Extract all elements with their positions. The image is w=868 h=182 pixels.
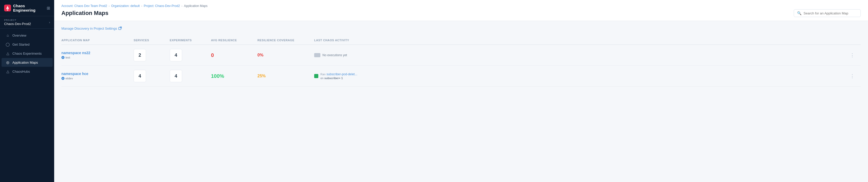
resilience-coverage-cell-2: 25% [257,66,314,87]
project-info: PROJECT Chaos-Dev-Prod2 [4,19,31,26]
chevron-right-icon: › [49,21,50,24]
app-map-link-ns22[interactable]: namespace ns22 [61,51,129,55]
sidebar-item-application-maps[interactable]: ◎ Application Maps [2,58,53,67]
external-link-icon [118,27,122,30]
application-maps-table: APPLICATION MAP SERVICES EXPERIMENTS AVG… [61,37,861,87]
search-bar[interactable]: 🔍 [794,9,861,17]
services-metric-hce: 4 [134,70,146,82]
breadcrumb: Account: Chaos Dev Team Prod2 › Organiza… [61,4,861,8]
breadcrumb-current: Application Maps [184,4,207,8]
experiments-metric-hce: 4 [170,70,182,82]
app-title: Chaos Engineering [13,4,47,12]
svg-text:✦: ✦ [62,57,64,59]
app-map-cell-2: namespace hce ✦ eiidev [61,66,134,87]
sidebar-item-overview[interactable]: ⌂ Overview [2,31,53,40]
breadcrumb-sep-2: › [142,4,143,7]
services-cell-1: 2 [134,44,170,66]
project-name: Chaos-Dev-Prod2 [4,22,31,26]
sidebar-logo: Chaos Engineering [4,4,47,12]
page-title-row: Application Maps 🔍 [61,9,861,21]
last-chaos-cell-2: Ran subscriber-pod-delet... on subscribe… [314,66,848,87]
breadcrumb-sep-1: › [108,4,110,7]
col-header-resilience-coverage: RESILIENCE COVERAGE [257,37,314,44]
manage-discovery-link[interactable]: Manage Discovery in Project Settings [61,27,122,30]
col-header-experiments: EXPERIMENTS [170,37,211,44]
last-chaos-content-hce: Ran subscriber-pod-delet... on subscribe… [314,72,844,80]
row-menu-button-hce[interactable]: ⋮ [848,72,857,80]
tag-dot-icon: ✦ [61,56,64,59]
last-chaos-ran-info: Ran subscriber-pod-delet... on subscribe… [320,72,357,80]
project-selector[interactable]: PROJECT Chaos-Dev-Prod2 › [0,16,54,29]
sidebar-item-overview-label: Overview [12,33,26,37]
no-exec-bar-icon [314,53,320,57]
col-header-last-chaos: LAST CHAOS ACTIVITY [314,37,848,44]
breadcrumb-account[interactable]: Account: Chaos Dev Team Prod2 [61,4,107,8]
chaos-logo-icon [4,4,11,11]
resilience-coverage-value-hce: 25% [257,74,266,78]
sidebar-header: Chaos Engineering ⊞ [0,0,54,16]
app-tag-hce: ✦ eiidev [61,77,73,80]
app-tag-ns22: ✦ test [61,56,70,59]
col-header-services: SERVICES [134,37,170,44]
sidebar-item-chaos-experiments[interactable]: △ Chaos Experiments [2,49,53,58]
last-chaos-content-ns22: No executions yet [314,53,844,57]
avg-resilience-value-ns22: 0 [211,52,214,58]
ran-label: Ran subscriber-pod-delet... [320,72,357,76]
resilience-coverage-cell-1: 0% [257,44,314,66]
green-bar-icon [314,74,318,78]
manage-discovery-text: Manage Discovery in Project Settings [61,27,117,30]
sidebar-item-chaos-experiments-label: Chaos Experiments [12,52,41,55]
experiments-metric-ns22: 4 [170,49,182,61]
sidebar-item-get-started[interactable]: ◯ Get Started [2,40,53,49]
breadcrumb-org[interactable]: Organization: default [111,4,140,8]
services-metric-ns22: 2 [134,49,146,61]
chaoshubs-icon: △ [6,69,10,73]
resilience-coverage-value-ns22: 0% [257,53,264,57]
table-row: namespace ns22 ✦ test 2 4 [61,44,861,66]
experiments-cell-1: 4 [170,44,211,66]
sidebar-item-chaoshubs-label: ChaosHubs [12,70,30,73]
content-body: Manage Discovery in Project Settings APP… [54,21,868,182]
last-chaos-cell-1: No executions yet [314,44,848,66]
row-menu-button-ns22[interactable]: ⋮ [848,51,857,59]
row-menu-cell-1: ⋮ [848,44,861,66]
get-started-icon: ◯ [6,42,10,47]
search-icon: 🔍 [797,11,801,15]
col-header-avg-resilience: AVG RESILIENCE [211,37,257,44]
sidebar: Chaos Engineering ⊞ PROJECT Chaos-Dev-Pr… [0,0,54,182]
experiments-icon: △ [6,51,10,55]
row-menu-cell-2: ⋮ [848,66,861,87]
services-cell-2: 4 [134,66,170,87]
no-executions-text: No executions yet [322,53,347,57]
experiments-cell-2: 4 [170,66,211,87]
tag-dot-icon-2: ✦ [61,77,64,80]
table-row: namespace hce ✦ eiidev 4 4 [61,66,861,87]
svg-point-2 [7,9,8,11]
col-header-app-map: APPLICATION MAP [61,37,134,44]
svg-text:✦: ✦ [62,78,64,80]
home-icon: ⌂ [6,33,10,37]
table-header-row: APPLICATION MAP SERVICES EXPERIMENTS AVG… [61,37,861,44]
project-label: PROJECT [4,19,31,21]
avg-resilience-value-hce: 100% [211,73,224,79]
page-title: Application Maps [61,10,108,17]
sidebar-item-application-maps-label: Application Maps [12,61,38,64]
breadcrumb-sep-3: › [181,4,182,7]
avg-resilience-cell-2: 100% [211,66,257,87]
sidebar-item-get-started-label: Get Started [12,42,29,47]
grid-icon[interactable]: ⊞ [47,6,50,10]
avg-resilience-cell-1: 0 [211,44,257,66]
main-content: Account: Chaos Dev Team Prod2 › Organiza… [54,0,868,182]
app-map-link-hce[interactable]: namespace hce [61,72,129,76]
search-input[interactable] [804,11,858,15]
sidebar-item-chaoshubs[interactable]: △ ChaosHubs [2,67,53,76]
app-map-cell-1: namespace ns22 ✦ test [61,44,134,66]
content-header: Account: Chaos Dev Team Prod2 › Organiza… [54,0,868,21]
breadcrumb-project[interactable]: Project: Chaos-Dev-Prod2 [144,4,180,8]
sidebar-nav: ⌂ Overview ◯ Get Started △ Chaos Experim… [0,29,54,182]
ran-sub-info: on subscriber+ 1 [320,76,357,80]
app-maps-icon: ◎ [6,60,10,64]
